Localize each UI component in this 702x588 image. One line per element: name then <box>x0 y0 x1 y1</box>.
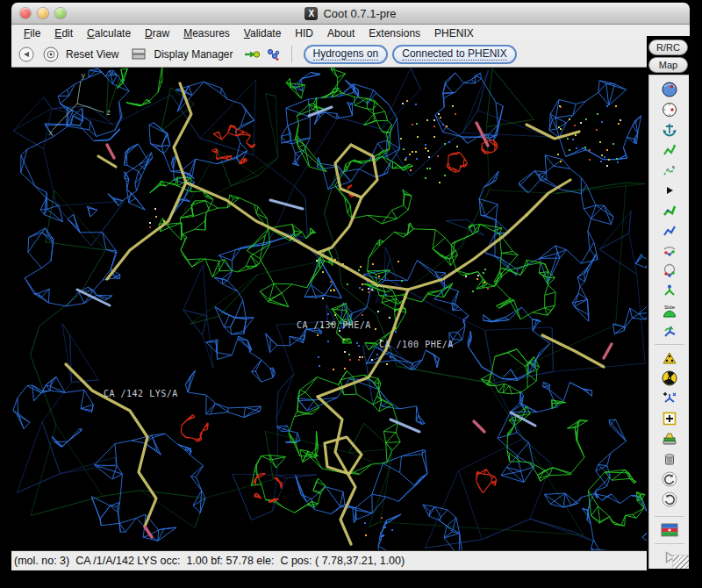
side-chain-180-flip-button[interactable]: Side <box>659 301 680 321</box>
menu-extensions[interactable]: Extensions <box>362 25 427 41</box>
circle-dot-icon <box>661 101 678 118</box>
run-refmac-button[interactable] <box>659 520 680 540</box>
phenix-connection-button[interactable]: Connected to PHENIX <box>392 45 516 64</box>
menu-validate[interactable]: Validate <box>237 25 289 41</box>
toolbar-separator <box>291 46 292 63</box>
flag-icon <box>660 522 679 538</box>
delete-item-button[interactable] <box>659 448 680 469</box>
menu-about[interactable]: About <box>320 25 362 41</box>
radiation-button[interactable] <box>659 368 680 388</box>
menu-edit[interactable]: Edit <box>47 25 80 41</box>
display-manager-icon <box>130 46 147 63</box>
back-arrow-circle-icon <box>18 46 35 63</box>
molecule-circle-icon <box>661 262 678 280</box>
fixed-atoms-button[interactable] <box>659 119 680 140</box>
sphere-icon <box>661 81 678 98</box>
regularize-zone-button[interactable] <box>659 99 680 119</box>
radiation-icon <box>661 369 678 387</box>
edit-backbone-torsion-button[interactable] <box>659 220 680 240</box>
side-dome-icon: Side <box>661 303 678 320</box>
plus-box-icon <box>661 410 678 427</box>
edit-chi-angles-button[interactable] <box>659 240 680 261</box>
status-text: (mol. no: 3) CA /1/A/142 LYS occ: 1.00 b… <box>14 555 405 567</box>
target-circle-icon <box>42 46 60 63</box>
strip-separator <box>655 516 684 517</box>
x11-icon: X <box>304 7 318 20</box>
reset-view-button[interactable]: Reset View <box>66 48 118 61</box>
menu-file[interactable]: File <box>17 25 47 41</box>
menu-calculate[interactable]: Calculate <box>80 25 138 41</box>
flip-molecule-icon <box>661 283 678 300</box>
window-title: Coot 0.7.1-pre <box>323 7 396 20</box>
recentre-view-button[interactable] <box>41 45 61 64</box>
density-mesh: xyz <box>11 68 647 550</box>
blue-zigzag-icon <box>661 222 678 240</box>
auto-fit-rotamer-button[interactable] <box>659 200 680 220</box>
undo-view-button[interactable] <box>17 45 36 64</box>
ligand-builder-button[interactable] <box>263 45 283 64</box>
mutate-residue-button[interactable] <box>659 428 680 448</box>
modelling-toolbar: Side <box>648 75 689 569</box>
tripod-flip-icon <box>661 323 678 341</box>
display-manager-button[interactable] <box>129 45 148 64</box>
hydrogens-toggle-button[interactable]: Hydrogens on <box>304 45 389 64</box>
strip-separator <box>655 543 684 544</box>
menu-phenix[interactable]: PHENIX <box>427 25 481 41</box>
rigid-body-fit-zone-button[interactable] <box>659 140 680 160</box>
right-panel: R/RC Map <box>647 36 690 570</box>
svg-text:x: x <box>48 128 54 137</box>
menu-measures[interactable]: Measures <box>176 25 237 41</box>
trash-icon <box>661 450 678 468</box>
real-space-refine-zone-button[interactable] <box>659 79 680 99</box>
map-tab-button[interactable]: Map <box>648 57 688 73</box>
undo-button[interactable] <box>659 469 680 489</box>
svg-text:y: y <box>81 71 86 80</box>
green-arrow-dot-icon <box>243 46 261 63</box>
paintbrush-icon <box>661 430 678 448</box>
rotamers-button[interactable] <box>659 180 680 200</box>
anchor-icon <box>661 121 678 139</box>
menu-bar: File Edit Calculate Draw Measures Valida… <box>11 25 690 41</box>
menu-draw[interactable]: Draw <box>138 25 176 41</box>
dashed-zigzag-icon <box>661 161 678 179</box>
yellow-triangle-icon <box>661 349 678 367</box>
add-terminal-residue-button[interactable] <box>659 388 680 408</box>
add-residue-icon <box>661 390 678 407</box>
rotate-translate-zone-button[interactable] <box>659 160 680 180</box>
resize-grip[interactable] <box>672 555 689 569</box>
flip-peptide-button[interactable] <box>659 281 680 301</box>
green-zigzag-arrows-icon <box>661 141 678 159</box>
status-bar: (mol. no: 3) CA /1/A/142 LYS occ: 1.00 b… <box>11 550 647 570</box>
coot-window: X Coot 0.7.1-pre File Edit Calculate Dra… <box>11 3 690 570</box>
play-triangle-icon <box>661 182 678 199</box>
graphics-canvas[interactable]: xyz CA /142 LYS/ACA /130 PHE/ACA /100 PH… <box>11 68 647 550</box>
bold-green-zigzag-icon <box>661 202 678 219</box>
svg-text:z: z <box>106 108 111 117</box>
torsion-general-button[interactable] <box>659 261 680 281</box>
redo-button[interactable] <box>659 489 680 509</box>
redo-arrow-icon <box>661 491 678 508</box>
place-atom-at-pointer-button[interactable] <box>659 408 680 428</box>
add-alt-conf-button[interactable] <box>659 348 680 368</box>
title-bar[interactable]: X Coot 0.7.1-pre <box>11 3 690 25</box>
menu-hid[interactable]: HID <box>288 25 320 41</box>
rrc-tab-button[interactable]: R/RC <box>648 39 688 55</box>
strip-separator <box>655 344 684 345</box>
jed-flip-button[interactable] <box>659 321 680 341</box>
side-dome-label: Side <box>663 305 675 310</box>
molecule-arc-icon <box>661 242 678 260</box>
main-toolbar: Reset View Display Manager <box>11 41 647 68</box>
go-to-atom-button[interactable] <box>242 45 261 64</box>
window-title-area: X Coot 0.7.1-pre <box>11 3 690 25</box>
molecule-icon <box>264 46 282 63</box>
undo-arrow-icon <box>661 470 678 488</box>
display-manager-label[interactable]: Display Manager <box>154 48 233 61</box>
